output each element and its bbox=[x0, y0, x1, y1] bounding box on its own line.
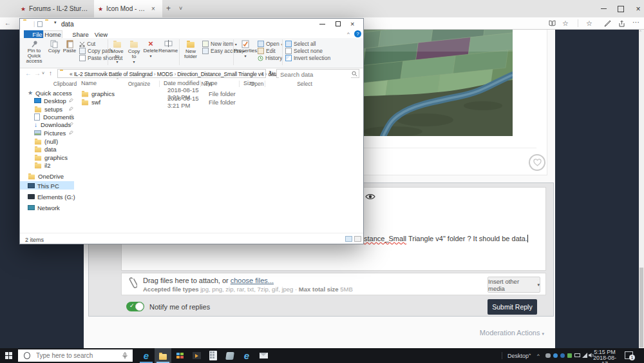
breadcrumb[interactable]: « IL-2 Sturmovik Battle of Stalingrad › … bbox=[70, 70, 281, 78]
qat-customize-icon[interactable]: ▾ bbox=[54, 20, 57, 25]
sidebar-item-data[interactable]: data bbox=[34, 145, 57, 153]
reading-view-icon[interactable] bbox=[549, 20, 556, 26]
taskbar-internet-explorer-icon[interactable]: e bbox=[238, 348, 255, 363]
select-none-button[interactable]: Select none bbox=[285, 48, 323, 54]
browser-tab-forums[interactable]: ★ Forums - IL-2 Sturmovik For bbox=[21, 0, 94, 17]
scrollbar-up-icon[interactable]: ^ bbox=[639, 30, 641, 34]
preview-eye-icon[interactable] bbox=[365, 193, 375, 201]
add-favorite-star-icon[interactable]: ☆ bbox=[562, 19, 569, 28]
pin-to-quick-access-button[interactable]: Pin to Quick access bbox=[24, 40, 44, 64]
sidebar-item-onedrive[interactable]: OneDrive bbox=[28, 172, 64, 180]
action-center-icon[interactable]: 1 bbox=[625, 351, 633, 359]
tab-close-icon[interactable]: × bbox=[151, 5, 155, 12]
invert-selection-button[interactable]: Invert selection bbox=[285, 55, 330, 61]
sidebar-item-null-folder[interactable]: (null) bbox=[34, 137, 58, 145]
icons-view-button[interactable] bbox=[354, 236, 361, 242]
explorer-title-bar[interactable]: | ▾ data × bbox=[20, 19, 363, 30]
help-icon[interactable]: ? bbox=[354, 30, 361, 37]
explorer-minimize-button[interactable] bbox=[319, 24, 325, 25]
attachment-dropzone[interactable]: Drag files here to attach, or choose fil… bbox=[121, 273, 546, 295]
taskbar-file-explorer-icon[interactable] bbox=[155, 348, 171, 363]
tray-expand-chevron-icon[interactable]: ^ bbox=[537, 353, 540, 358]
like-heart-button[interactable] bbox=[529, 154, 545, 171]
tab-list-chevron-icon[interactable]: ˅ bbox=[179, 5, 182, 12]
file-row-graphics[interactable]: graphics 2018-08-15 3:21 PM File folder bbox=[78, 90, 361, 97]
taskbar-search-input[interactable] bbox=[35, 351, 122, 360]
power-tray-icon[interactable] bbox=[574, 353, 580, 357]
bluetooth-tray-icon[interactable] bbox=[553, 353, 558, 358]
onedrive-tray-icon[interactable] bbox=[545, 353, 551, 358]
tab-view[interactable]: View bbox=[87, 30, 115, 38]
ribbon-collapse-icon[interactable]: ^ bbox=[347, 31, 350, 37]
details-view-button[interactable] bbox=[345, 236, 352, 242]
taskbar-calculator-icon[interactable] bbox=[205, 348, 222, 363]
new-tab-button[interactable]: + bbox=[166, 4, 171, 13]
app-tray-icon[interactable] bbox=[560, 353, 565, 358]
favorites-hub-icon[interactable]: ☆ bbox=[586, 19, 592, 28]
sidebar-item-graphics[interactable]: graphics bbox=[34, 153, 68, 161]
open-button[interactable]: Open ▾ bbox=[258, 41, 283, 47]
copy-button[interactable]: Copy bbox=[47, 40, 61, 54]
column-header-type[interactable]: Type bbox=[205, 80, 218, 86]
address-bar[interactable]: « IL-2 Sturmovik Battle of Stalingrad › … bbox=[57, 69, 266, 78]
properties-button[interactable]: Properties▾ bbox=[236, 40, 255, 59]
sidebar-item-downloads[interactable]: ↓Downloads bbox=[34, 121, 71, 128]
chat-tray-icon[interactable] bbox=[567, 353, 572, 358]
share-icon[interactable] bbox=[618, 20, 625, 27]
browser-maximize-button[interactable] bbox=[612, 0, 629, 17]
sidebar-item-elements-drive[interactable]: Elements (G:) bbox=[28, 193, 75, 201]
column-header-size[interactable]: Size bbox=[243, 80, 255, 86]
taskbar-movies-tv-icon[interactable] bbox=[188, 348, 205, 363]
tab-home[interactable]: Home bbox=[43, 30, 62, 38]
moderation-actions-link[interactable]: Moderation Actions ▾ bbox=[451, 329, 544, 337]
new-item-button[interactable]: New item ▾ bbox=[202, 41, 237, 47]
sidebar-item-documents[interactable]: Documents bbox=[34, 113, 74, 121]
qat-properties-icon[interactable] bbox=[37, 21, 43, 27]
search-icon[interactable] bbox=[352, 71, 357, 77]
browser-tab-icon-mod[interactable]: ★ Icon Mod - Mods - IL-2 × bbox=[94, 0, 162, 17]
insert-other-media-button[interactable]: Insert other media ▾ bbox=[488, 277, 540, 293]
page-scrollbar-thumb[interactable] bbox=[639, 268, 643, 348]
taskbar-photos-icon[interactable] bbox=[222, 348, 238, 363]
taskbar-mail-icon[interactable] bbox=[255, 348, 272, 363]
choose-files-link[interactable]: choose files... bbox=[231, 277, 274, 284]
taskbar-search-box[interactable] bbox=[18, 349, 133, 362]
rename-button[interactable]: Rename bbox=[160, 40, 176, 54]
more-options-icon[interactable]: ⋯ bbox=[632, 18, 639, 26]
clock[interactable]: 5:15 PM 2018-08-17 bbox=[591, 349, 618, 363]
sidebar-item-il2[interactable]: il2 bbox=[34, 161, 51, 169]
move-to-button[interactable]: Move to▾ bbox=[109, 40, 125, 64]
network-tray-icon[interactable] bbox=[582, 353, 587, 358]
taskbar-edge-icon[interactable]: e bbox=[138, 348, 155, 363]
sidebar-item-this-pc[interactable]: This PC bbox=[28, 182, 59, 190]
cut-button[interactable]: Cut bbox=[79, 41, 95, 47]
nav-forward-icon[interactable]: → bbox=[34, 70, 41, 77]
web-note-pen-icon[interactable] bbox=[604, 20, 611, 27]
submit-reply-button[interactable]: Submit Reply bbox=[488, 299, 537, 315]
paste-button[interactable]: Paste bbox=[62, 40, 77, 54]
desktop-peek-label[interactable]: Desktop» bbox=[507, 352, 531, 359]
nav-up-icon[interactable]: ↑ bbox=[49, 70, 52, 77]
explorer-maximize-button[interactable] bbox=[336, 21, 341, 26]
edit-button[interactable]: Edit bbox=[258, 48, 276, 54]
nav-recent-chevron-icon[interactable]: ˅ bbox=[42, 71, 44, 75]
column-header-date[interactable]: Date modified bbox=[164, 80, 200, 86]
history-button[interactable]: History bbox=[258, 55, 282, 61]
explorer-search-input[interactable] bbox=[279, 70, 351, 79]
file-row-swf[interactable]: swf 2018-08-15 3:21 PM File folder bbox=[78, 98, 361, 106]
sidebar-item-network[interactable]: Network bbox=[28, 204, 60, 211]
sidebar-item-pictures[interactable]: Pictures bbox=[34, 129, 66, 137]
address-dropdown-icon[interactable]: ˅ bbox=[261, 72, 263, 76]
sidebar-item-desktop[interactable]: Desktop bbox=[34, 97, 66, 104]
sidebar-item-quick-access[interactable]: ★ Quick access bbox=[28, 89, 72, 97]
start-button[interactable] bbox=[0, 348, 17, 363]
explorer-search-box[interactable] bbox=[276, 69, 359, 78]
copy-to-button[interactable]: Copy to▾ bbox=[126, 40, 142, 64]
notify-toggle[interactable]: ✓ bbox=[126, 302, 144, 311]
delete-button[interactable]: × Delete▾ bbox=[143, 40, 158, 59]
browser-minimize-button[interactable] bbox=[595, 0, 612, 17]
new-folder-button[interactable]: New folder bbox=[182, 40, 200, 59]
nav-back-icon[interactable]: ← bbox=[25, 70, 32, 77]
sidebar-item-setups[interactable]: setups bbox=[34, 105, 62, 113]
taskbar-store-icon[interactable] bbox=[171, 348, 188, 363]
